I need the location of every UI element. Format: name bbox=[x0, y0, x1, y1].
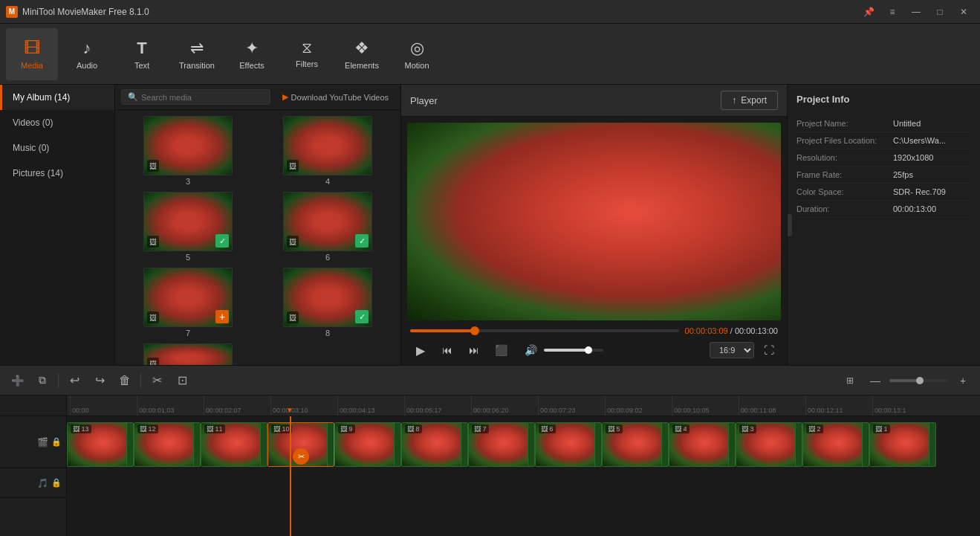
clip[interactable]: 🖼 7 bbox=[468, 422, 535, 467]
clip[interactable]: 🖼 13 bbox=[67, 422, 134, 467]
time-total: 00:00:13:00 bbox=[735, 326, 778, 335]
youtube-download-button[interactable]: ▶ Download YouTube Videos bbox=[276, 90, 395, 104]
media-item[interactable]: 🖼 3 bbox=[121, 116, 255, 186]
info-row-colorspace: Color Space: SDR- Rec.709 bbox=[796, 184, 971, 201]
skip-back-button[interactable]: ⏮ bbox=[437, 340, 458, 361]
media-thumb: 🖼 + bbox=[143, 268, 233, 327]
audio-track-icon[interactable]: 🎵 bbox=[37, 478, 48, 488]
toolbar-item-transition[interactable]: ⇌ Transition bbox=[171, 28, 223, 80]
clip[interactable]: 🖼 6 bbox=[535, 422, 602, 467]
clip-number: 🖼 6 bbox=[539, 424, 556, 433]
toolbar-item-filters[interactable]: ⧖ Filters bbox=[281, 28, 333, 80]
media-item[interactable]: 🖼 + 7 bbox=[121, 268, 255, 338]
toolbar-item-audio[interactable]: ♪ Audio bbox=[61, 28, 113, 80]
info-value: 25fps bbox=[893, 170, 971, 179]
info-row-location: Project Files Location: C:\Users\Wa... bbox=[796, 132, 971, 149]
media-thumb: 🖼 bbox=[143, 343, 233, 365]
clip[interactable]: 🖼 10 ✂ bbox=[267, 422, 334, 467]
youtube-icon: ▶ bbox=[282, 92, 288, 102]
info-value: 1920x1080 bbox=[893, 153, 971, 162]
clip[interactable]: 🖼 4 bbox=[669, 422, 736, 467]
volume-bar[interactable] bbox=[544, 349, 603, 352]
timeline-content[interactable]: 00:00 00:00:01:03 00:00:02:07 00:00:03:1… bbox=[67, 395, 980, 536]
track-labels: 🎬 🔒 🎵 🔒 bbox=[0, 395, 67, 536]
zoom-area: ⊞ — + bbox=[839, 370, 974, 391]
info-label: Color Space: bbox=[796, 187, 893, 196]
toolbar-item-text[interactable]: T Text bbox=[116, 28, 168, 80]
add-track-button[interactable]: ➕ bbox=[6, 370, 28, 391]
clip[interactable]: 🖼 1 bbox=[869, 422, 936, 467]
ruler-mark: 00:00:09:02 bbox=[605, 395, 672, 416]
cut-button[interactable]: ✂ bbox=[146, 370, 168, 391]
stop-button[interactable]: ⬛ bbox=[490, 340, 511, 361]
fit-view-button[interactable]: ⊞ bbox=[839, 370, 861, 391]
crop-button[interactable]: ⊡ bbox=[171, 370, 193, 391]
zoom-slider[interactable] bbox=[889, 379, 949, 382]
toolbar-separator bbox=[58, 373, 59, 388]
delete-button[interactable]: 🗑 bbox=[114, 370, 136, 391]
ruler-mark: 00:00 bbox=[70, 395, 137, 416]
toolbar-item-elements[interactable]: ❖ Elements bbox=[336, 28, 388, 80]
clip[interactable]: 🖼 5 bbox=[602, 422, 669, 467]
minimize-button[interactable]: — bbox=[906, 4, 927, 19]
nav-item-videos[interactable]: Videos (0) bbox=[0, 110, 114, 135]
clip[interactable]: 🖼 2 bbox=[802, 422, 869, 467]
progress-bar[interactable] bbox=[410, 329, 679, 332]
pin-button[interactable]: 📌 bbox=[858, 4, 879, 19]
skip-forward-button[interactable]: ⏭ bbox=[464, 340, 484, 361]
media-item[interactable]: 🖼 ✓ 5 bbox=[121, 192, 255, 262]
media-item[interactable]: 🖼 ✓ 8 bbox=[261, 268, 395, 338]
lock-icon[interactable]: 🔒 bbox=[51, 437, 62, 447]
aspect-ratio-select[interactable]: 16:9 9:16 4:3 1:1 bbox=[710, 342, 754, 358]
search-box[interactable]: 🔍 bbox=[121, 89, 270, 105]
toolbar-item-media[interactable]: 🎞 Media bbox=[6, 28, 58, 80]
search-input[interactable] bbox=[141, 93, 264, 102]
ruler-mark: 00:00:12:11 bbox=[805, 395, 872, 416]
toolbar-item-effects[interactable]: ✦ Effects bbox=[226, 28, 278, 80]
player-title: Player bbox=[410, 95, 438, 106]
timeline-toolbar: ➕ ⧉ ↩ ↪ 🗑 ✂ ⊡ ⊞ — + bbox=[0, 366, 980, 395]
video-track-icon[interactable]: 🎬 bbox=[37, 437, 48, 448]
undo-button[interactable]: ↩ bbox=[63, 370, 85, 391]
fullscreen-button[interactable]: ⛶ bbox=[760, 341, 778, 359]
nav-item-album[interactable]: My Album (14) bbox=[0, 85, 114, 110]
volume-button[interactable]: 🔊 bbox=[520, 340, 541, 361]
zoom-out-button[interactable]: + bbox=[952, 370, 974, 391]
clip[interactable]: 🖼 11 bbox=[201, 422, 267, 467]
export-button[interactable]: ↑ Export bbox=[721, 91, 778, 110]
media-item[interactable]: 🖼 ✓ 6 bbox=[261, 192, 395, 262]
ruler-spacer bbox=[0, 395, 66, 416]
media-item[interactable]: 🖼 4 bbox=[261, 116, 395, 186]
app-title: MiniTool MovieMaker Free 8.1.0 bbox=[22, 7, 149, 17]
menu-button[interactable]: ≡ bbox=[882, 4, 903, 19]
info-row-framerate: Frame Rate: 25fps bbox=[796, 167, 971, 184]
add-media-button[interactable]: + bbox=[215, 310, 229, 323]
zoom-in-button[interactable]: — bbox=[864, 370, 886, 391]
media-item[interactable]: 🖼 bbox=[121, 343, 255, 365]
check-badge: ✓ bbox=[215, 234, 229, 248]
redo-button[interactable]: ↪ bbox=[88, 370, 111, 391]
toolbar-audio-label: Audio bbox=[77, 61, 97, 70]
toolbar-separator bbox=[140, 373, 141, 388]
toolbar-filters-label: Filters bbox=[296, 59, 318, 68]
nav-item-music[interactable]: Music (0) bbox=[0, 135, 114, 161]
media-label: 5 bbox=[186, 253, 190, 262]
nav-item-pictures[interactable]: Pictures (14) bbox=[0, 161, 114, 186]
media-thumb: 🖼 ✓ bbox=[283, 192, 372, 251]
clip[interactable]: 🖼 9 bbox=[334, 422, 401, 467]
check-badge: ✓ bbox=[355, 310, 369, 323]
effects-icon: ✦ bbox=[245, 39, 259, 58]
maximize-button[interactable]: □ bbox=[929, 4, 950, 19]
toolbar-item-motion[interactable]: ◎ Motion bbox=[391, 28, 443, 80]
toolbar-transition-label: Transition bbox=[179, 61, 215, 70]
duplicate-button[interactable]: ⧉ bbox=[31, 370, 53, 391]
lock-icon[interactable]: 🔒 bbox=[51, 478, 62, 488]
clip[interactable]: 🖼 12 bbox=[134, 422, 201, 467]
panel-collapse-button[interactable]: › bbox=[787, 214, 792, 236]
media-label: 8 bbox=[325, 329, 330, 338]
clip[interactable]: 🖼 8 bbox=[401, 422, 468, 467]
clip[interactable]: 🖼 3 bbox=[736, 422, 802, 467]
player-progress: 00:00:03:09 / 00:00:13:00 bbox=[401, 326, 787, 335]
play-button[interactable]: ▶ bbox=[410, 340, 431, 361]
close-button[interactable]: ✕ bbox=[953, 4, 974, 19]
